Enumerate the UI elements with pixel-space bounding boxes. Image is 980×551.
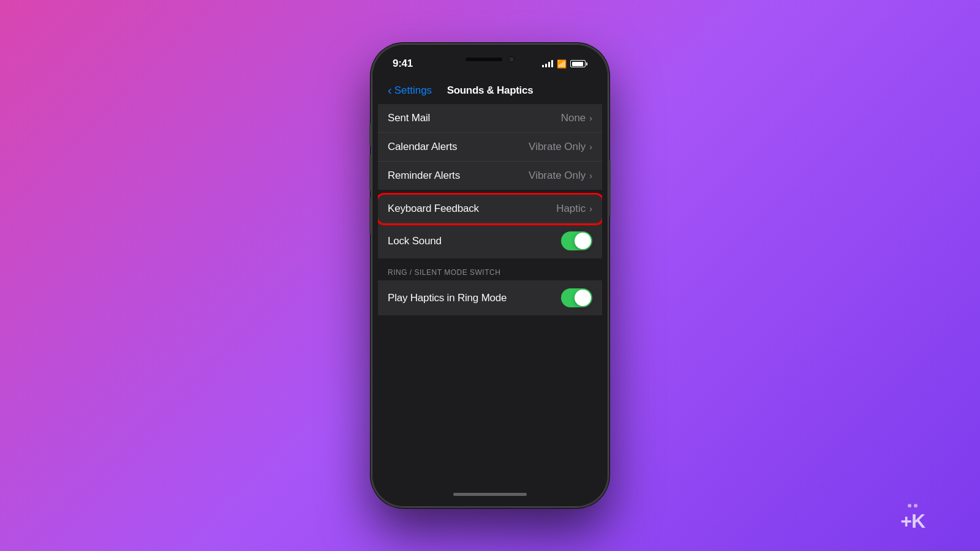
sent-mail-right: None ›	[561, 112, 592, 124]
play-haptics-ring-right	[561, 288, 592, 307]
watermark-dots	[908, 504, 918, 508]
keyboard-feedback-label: Keyboard Feedback	[388, 203, 479, 215]
back-chevron-icon: ‹	[388, 84, 392, 96]
navigation-bar: ‹ Settings Sounds & Haptics	[378, 77, 602, 104]
notch	[444, 50, 536, 69]
ring-silent-section-header: RING / SILENT MODE SWITCH	[378, 263, 602, 280]
sent-mail-label: Sent Mail	[388, 112, 430, 124]
lock-sound-label: Lock Sound	[388, 235, 442, 247]
sent-mail-value: None	[561, 112, 586, 124]
mute-button	[369, 124, 372, 146]
alert-sounds-group: Sent Mail None › Calendar Alerts Vibrate…	[378, 104, 602, 190]
signal-icon	[542, 60, 553, 67]
calendar-alerts-right: Vibrate Only ›	[529, 141, 592, 153]
lock-sound-right	[561, 231, 592, 250]
calendar-alerts-label: Calendar Alerts	[388, 141, 457, 153]
play-haptics-ring-label: Play Haptics in Ring Mode	[388, 292, 507, 304]
home-indicator	[453, 493, 527, 496]
haptics-group: Play Haptics in Ring Mode	[378, 280, 602, 315]
watermark-container: +K	[900, 504, 925, 533]
calendar-alerts-row[interactable]: Calendar Alerts Vibrate Only ›	[378, 133, 602, 162]
battery-icon	[570, 60, 587, 67]
status-time: 9:41	[393, 58, 413, 70]
wifi-icon: 📶	[557, 59, 567, 69]
dot-1	[908, 504, 911, 508]
sent-mail-chevron-icon: ›	[589, 113, 592, 123]
calendar-alerts-chevron-icon: ›	[589, 142, 592, 152]
volume-up-button	[369, 154, 372, 191]
phone-device: 9:41 📶 ‹	[371, 43, 609, 508]
front-camera	[508, 56, 514, 62]
play-haptics-ring-row[interactable]: Play Haptics in Ring Mode	[378, 280, 602, 315]
power-button	[608, 160, 611, 216]
watermark-letter: K	[911, 510, 925, 532]
dot-2	[914, 504, 918, 508]
reminder-alerts-label: Reminder Alerts	[388, 170, 460, 182]
sent-mail-row[interactable]: Sent Mail None ›	[378, 104, 602, 133]
keyboard-group: Keyboard Feedback Haptic › Lock Sound	[378, 195, 602, 258]
keyboard-feedback-value: Haptic	[556, 203, 586, 215]
haptics-toggle-knob	[575, 290, 591, 306]
speaker-grille	[466, 58, 502, 61]
phone-body: 9:41 📶 ‹	[371, 43, 609, 508]
status-icons: 📶	[542, 59, 587, 69]
calendar-alerts-value: Vibrate Only	[529, 141, 586, 153]
keyboard-feedback-chevron-icon: ›	[589, 204, 592, 214]
settings-content: Sent Mail None › Calendar Alerts Vibrate…	[378, 104, 602, 501]
lock-sound-toggle[interactable]	[561, 231, 592, 250]
back-button[interactable]: ‹ Settings	[388, 84, 432, 97]
reminder-alerts-chevron-icon: ›	[589, 171, 592, 181]
keyboard-feedback-row[interactable]: Keyboard Feedback Haptic ›	[378, 195, 602, 223]
toggle-knob	[575, 233, 591, 249]
reminder-alerts-row[interactable]: Reminder Alerts Vibrate Only ›	[378, 162, 602, 190]
reminder-alerts-value: Vibrate Only	[529, 170, 586, 182]
play-haptics-ring-toggle[interactable]	[561, 288, 592, 307]
volume-down-button	[369, 197, 372, 234]
page-title: Sounds & Haptics	[447, 84, 533, 97]
reminder-alerts-right: Vibrate Only ›	[529, 170, 592, 182]
lock-sound-row[interactable]: Lock Sound	[378, 223, 602, 258]
phone-screen: 9:41 📶 ‹	[378, 50, 602, 501]
keyboard-feedback-right: Haptic ›	[556, 203, 592, 215]
watermark-plus: +	[900, 510, 911, 532]
back-label[interactable]: Settings	[394, 84, 432, 97]
watermark-text: +K	[900, 510, 925, 533]
